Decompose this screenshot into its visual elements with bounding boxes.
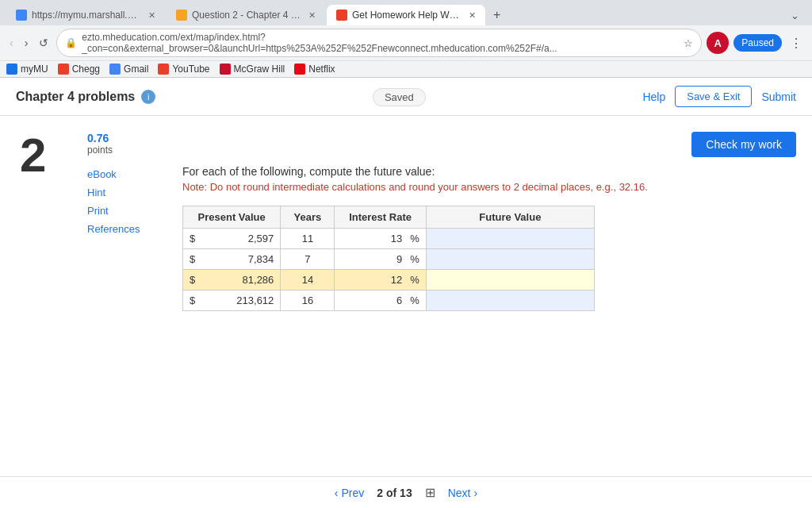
save-exit-button[interactable]: Save & Exit [675,86,752,107]
references-link[interactable]: References [87,223,167,235]
points-value: 0.76 [87,132,167,144]
paused-button[interactable]: Paused [733,34,782,52]
bookmarks-bar: myMU Chegg Gmail YouTube McGraw Hill Net… [0,60,812,77]
data-table: Present Value Years Interest Rate Future… [182,206,595,311]
rate-symbol-3: % [408,270,426,291]
fv-field-1[interactable] [433,233,588,244]
saved-badge: Saved [373,88,426,106]
bookmark-netflix[interactable]: Netflix [294,64,335,75]
table-row: $ 7,834 7 9 % [183,249,595,270]
more-options-button[interactable]: ⋮ [787,33,806,54]
bookmark-mymu[interactable]: myMU [6,64,48,75]
tab-expand-button[interactable]: ⌄ [784,6,806,25]
fv-field-3[interactable] [433,274,588,286]
tab-favicon-1 [16,10,27,21]
tab-label-3: Get Homework Help With Che... [352,10,461,21]
col-header-pv: Present Value [183,206,281,229]
bookmark-gmail[interactable]: Gmail [109,64,148,75]
rate-symbol-2: % [408,249,426,270]
browser-chrome: https://mymu.marshall.edu/Po... ✕ Questi… [0,0,812,78]
years-value-1: 11 [281,229,335,249]
years-value-3: 14 [281,270,335,291]
bookmark-label-mymu: myMU [21,64,48,75]
years-value-2: 7 [281,249,335,270]
tab-favicon-2 [176,10,187,21]
page-title: Chapter 4 problems [16,90,135,104]
lock-icon: 🔒 [65,37,77,48]
bookmark-label-netflix: Netflix [308,64,335,75]
rate-value-2: 9 [335,249,408,270]
rate-symbol-1: % [408,229,426,249]
fv-field-4[interactable] [433,294,588,306]
ebook-link[interactable]: eBook [87,168,167,180]
question-note: Note: Do not round intermediate calculat… [182,181,796,193]
pv-symbol-1: $ [183,229,197,249]
table-row: $ 2,597 11 13 % [183,229,595,249]
bookmark-label-gmail: Gmail [124,64,148,75]
bookmark-chegg[interactable]: Chegg [58,64,100,75]
back-button[interactable]: ‹ [6,33,17,52]
question-instruction: For each of the following, compute the f… [182,165,796,178]
bookmark-favicon-mcgrawhill [220,64,231,75]
check-my-work-button[interactable]: Check my work [691,132,796,157]
bookmark-favicon-chegg [58,64,69,75]
url-text: ezto.mheducation.com/ext/map/index.html?… [82,32,679,54]
points-label: points [87,144,167,156]
help-link[interactable]: Help [642,90,665,103]
years-value-4: 16 [281,291,335,311]
main-content: 2 0.76 points eBook Hint Print Reference… [0,116,812,327]
bookmark-label-chegg: Chegg [72,64,100,75]
header-actions: Help Save & Exit Submit [642,86,796,107]
rate-value-3: 12 [335,270,408,291]
fv-input-3[interactable] [426,270,594,291]
table-row: $ 213,612 16 6 % [183,291,595,311]
tab-bar: https://mymu.marshall.edu/Po... ✕ Questi… [0,0,812,25]
bookmark-favicon-mymu [6,64,17,75]
print-link[interactable]: Print [87,205,167,217]
tab-close-3[interactable]: ✕ [469,10,476,21]
fv-input-4[interactable] [426,291,594,311]
rate-value-4: 6 [335,291,408,311]
info-icon[interactable]: i [141,90,155,104]
bookmark-label-youtube: YouTube [172,64,209,75]
page-header-left: Chapter 4 problems i [16,90,155,104]
tab-label-1: https://mymu.marshall.edu/Po... [32,10,140,21]
question-number: 2 [20,132,67,179]
new-tab-button[interactable]: + [487,5,507,25]
bookmark-label-mcgrawhill: McGraw Hill [234,64,285,75]
tab-1[interactable]: https://mymu.marshall.edu/Po... ✕ [6,5,165,25]
col-header-years: Years [281,206,335,229]
tab-close-1[interactable]: ✕ [148,10,155,21]
forward-button[interactable]: › [21,33,32,52]
hint-link[interactable]: Hint [87,187,167,198]
pv-value-4: 213,612 [197,291,281,311]
address-bar: ‹ › ↺ 🔒 ezto.mheducation.com/ext/map/ind… [0,25,812,60]
bookmark-favicon-netflix [294,64,305,75]
fv-input-1[interactable] [426,229,594,249]
bookmark-youtube[interactable]: YouTube [158,64,209,75]
url-bar[interactable]: 🔒 ezto.mheducation.com/ext/map/index.htm… [56,29,702,57]
star-icon[interactable]: ☆ [684,37,693,49]
page-header: Chapter 4 problems i Saved Help Save & E… [0,78,812,116]
tab-close-2[interactable]: ✕ [308,10,316,21]
bookmark-favicon-youtube [158,64,169,75]
rate-symbol-4: % [408,291,426,311]
pv-value-2: 7,834 [197,249,281,270]
tab-3[interactable]: Get Homework Help With Che... ✕ [327,5,485,25]
tab-favicon-3 [336,10,347,21]
tab-2[interactable]: Question 2 - Chapter 4 proble... ✕ [167,5,325,25]
bookmark-mcgrawhill[interactable]: McGraw Hill [220,64,285,75]
pv-value-1: 2,597 [197,229,281,249]
fv-field-2[interactable] [433,253,588,265]
pv-symbol-4: $ [183,291,197,311]
submit-button[interactable]: Submit [761,90,796,103]
refresh-button[interactable]: ↺ [36,33,52,52]
col-header-rate: Interest Rate [335,206,426,229]
col-header-fv: Future Value [426,206,594,229]
table-row: $ 81,286 14 12 % [183,270,595,291]
fv-input-2[interactable] [426,249,594,270]
profile-icon[interactable]: A [707,32,729,54]
question-number-container: 2 [16,132,71,311]
sidebar: 0.76 points eBook Hint Print References [87,132,167,311]
tab-label-2: Question 2 - Chapter 4 proble... [192,10,301,21]
